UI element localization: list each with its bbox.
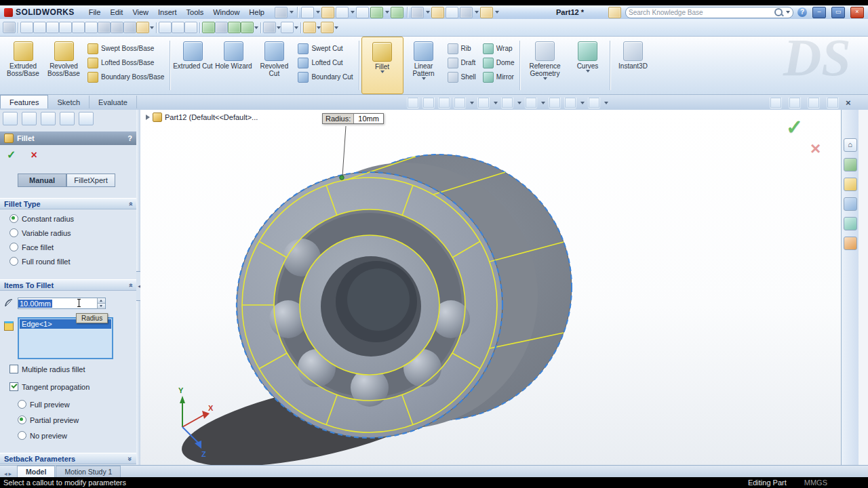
zoom-to-fit-icon[interactable]	[159, 22, 172, 33]
bottom-view-icon[interactable]	[85, 22, 98, 33]
dropdown-arrow-icon[interactable]	[385, 11, 389, 14]
hud-zoom-to-fit-icon[interactable]	[407, 97, 419, 108]
doc-restore-icon[interactable]	[770, 97, 782, 108]
undo-icon[interactable]	[370, 7, 383, 18]
radius-spinner[interactable]	[97, 298, 105, 309]
menu-insert[interactable]: Insert	[153, 7, 182, 18]
doc-maximize-icon[interactable]	[827, 97, 839, 108]
feature-tree-label[interactable]: Part12 (Default<<Default>...	[165, 113, 258, 121]
search-pane-icon[interactable]	[844, 197, 857, 211]
hud-apply-scene-icon[interactable]	[564, 97, 576, 108]
back-view-icon[interactable]	[33, 22, 46, 33]
bearing-inner-race[interactable]	[300, 235, 439, 375]
model-view[interactable]: Y X Z	[140, 110, 841, 465]
hud-edit-appearance-icon[interactable]	[549, 97, 561, 108]
menu-edit[interactable]: Edit	[105, 7, 127, 18]
doc-split-icon[interactable]	[789, 97, 801, 108]
reference-geometry-button[interactable]: Reference Geometry	[522, 37, 567, 94]
dropdown-arrow-icon[interactable]	[586, 70, 590, 73]
shell-button[interactable]: Shell	[444, 71, 479, 83]
trimetric-view-icon[interactable]	[111, 22, 123, 33]
lofted-cut-button[interactable]: Lofted Cut	[294, 57, 356, 68]
dropdown-arrow-icon[interactable]	[517, 102, 521, 104]
file-explorer-icon[interactable]	[844, 178, 857, 191]
left-view-icon[interactable]	[46, 22, 59, 33]
search-icon[interactable]	[774, 8, 783, 16]
dome-button[interactable]: Dome	[479, 57, 518, 68]
checkbox-icon[interactable]	[9, 365, 18, 373]
ok-button[interactable]: ✓	[7, 149, 16, 161]
manual-tab[interactable]: Manual	[18, 174, 66, 187]
dropdown-arrow-icon[interactable]	[470, 102, 474, 104]
doc-minimize-icon[interactable]	[808, 97, 820, 108]
open-icon[interactable]	[321, 7, 334, 18]
section-view-icon[interactable]	[228, 22, 241, 33]
rotate-view-icon[interactable]	[202, 22, 215, 33]
dropdown-arrow-icon[interactable]	[294, 26, 298, 29]
file-properties-icon[interactable]	[446, 7, 458, 18]
setback-parameters-section-header[interactable]: Setback Parameters »	[0, 453, 136, 464]
radius-input[interactable]: 10.00mm	[18, 298, 106, 309]
hud-view-orientation-icon[interactable]	[477, 97, 490, 108]
hud-view-settings-icon[interactable]	[588, 97, 600, 108]
radio-full-round-fillet[interactable]: Full round fillet	[9, 257, 71, 266]
mirror-button[interactable]: Mirror	[479, 71, 518, 83]
select-icon[interactable]	[411, 7, 424, 18]
display-style-icon[interactable]	[263, 22, 276, 33]
color-swatch-icon[interactable]	[480, 7, 493, 18]
feature-tree-root[interactable]: Part12 (Default<<Default>...	[146, 113, 258, 122]
dropdown-arrow-icon[interactable]	[380, 70, 384, 73]
dropdown-arrow-icon[interactable]	[541, 102, 545, 104]
tab-sketch[interactable]: Sketch	[48, 96, 90, 108]
fillet-button[interactable]: Fillet	[361, 37, 403, 94]
hole-wizard-button[interactable]: Hole Wizard	[213, 37, 254, 94]
rebuild-icon[interactable]	[431, 7, 444, 18]
radio-icon[interactable]	[9, 214, 18, 223]
hud-display-style-icon[interactable]	[501, 97, 513, 108]
dropdown-arrow-icon[interactable]	[150, 26, 154, 29]
dropdown-arrow-icon[interactable]	[254, 26, 258, 29]
display-manager-icon[interactable]	[79, 112, 94, 125]
expand-chevron-icon[interactable]: »	[126, 456, 134, 460]
right-view-icon[interactable]	[59, 22, 72, 33]
menu-view[interactable]: View	[127, 7, 153, 18]
extruded-cut-button[interactable]: Extruded Cut	[172, 37, 213, 94]
radio-icon[interactable]	[18, 400, 26, 409]
dropdown-arrow-icon[interactable]	[495, 11, 499, 14]
hide-show-items-icon[interactable]	[281, 22, 294, 33]
radio-icon[interactable]	[9, 228, 18, 237]
top-view-icon[interactable]	[72, 22, 85, 33]
solidworks-resources-icon[interactable]: ⌂	[844, 138, 857, 152]
new-document-icon[interactable]	[301, 7, 314, 18]
dropdown-arrow-icon[interactable]	[475, 11, 479, 14]
draft-button[interactable]: Draft	[444, 57, 479, 68]
dropdown-arrow-icon[interactable]	[604, 102, 608, 104]
callout-value-field[interactable]: 10mm	[353, 114, 383, 123]
edges-listbox[interactable]: Edge<1>	[18, 317, 113, 359]
previous-view-icon[interactable]	[241, 22, 254, 33]
confirm-cancel-icon[interactable]: ×	[810, 138, 821, 159]
normal-to-icon[interactable]	[123, 22, 136, 33]
dropdown-arrow-icon[interactable]	[494, 102, 498, 104]
dropdown-arrow-icon[interactable]	[334, 26, 338, 29]
boundary-boss-base-button[interactable]: Boundary Boss/Base	[84, 71, 167, 83]
design-library-icon[interactable]	[844, 158, 857, 171]
zoom-in-out-icon[interactable]	[184, 22, 197, 33]
wrap-button[interactable]: Wrap	[479, 43, 518, 54]
confirm-ok-icon[interactable]: ✓	[786, 115, 803, 139]
tree-expand-icon[interactable]	[146, 115, 150, 120]
dropdown-arrow-icon[interactable]	[290, 11, 294, 14]
dropdown-arrow-icon[interactable]	[426, 11, 430, 14]
extruded-boss-base-button[interactable]: Extruded Boss/Base	[3, 37, 43, 94]
model-tab[interactable]: Model	[17, 466, 55, 477]
dropdown-arrow-icon[interactable]	[316, 11, 320, 14]
pm-help-icon[interactable]: ?	[127, 134, 132, 142]
menu-help[interactable]: Help	[244, 7, 269, 18]
motion-study-tab[interactable]: Motion Study 1	[56, 466, 121, 477]
dropdown-arrow-icon[interactable]	[580, 102, 585, 104]
lofted-boss-base-button[interactable]: Lofted Boss/Base	[84, 57, 167, 68]
dropdown-arrow-icon[interactable]	[351, 11, 355, 14]
close-button[interactable]: ×	[850, 7, 864, 18]
radio-icon[interactable]	[9, 243, 18, 251]
appearances-scenes-icon[interactable]	[844, 217, 857, 230]
